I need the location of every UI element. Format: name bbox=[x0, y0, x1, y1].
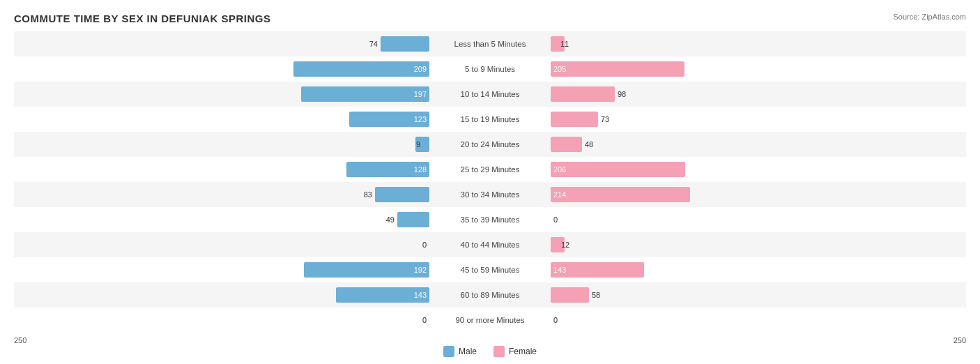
row-label: 60 to 89 Minutes bbox=[432, 291, 548, 299]
bar-row: 14360 to 89 Minutes58 bbox=[14, 282, 966, 308]
male-swatch bbox=[443, 346, 454, 357]
legend-female: Female bbox=[493, 346, 537, 357]
left-section: 123 bbox=[14, 107, 432, 132]
row-label: 90 or more Minutes bbox=[432, 316, 548, 324]
left-section: 9 bbox=[14, 132, 432, 157]
bar-rows-area: 74Less than 5 Minutes112095 to 9 Minutes… bbox=[14, 31, 966, 333]
bar-row: 4935 to 39 Minutes0 bbox=[14, 207, 966, 232]
legend-male: Male bbox=[443, 346, 477, 357]
female-swatch bbox=[493, 346, 505, 357]
left-section: 74 bbox=[14, 31, 432, 56]
bar-row: 2095 to 9 Minutes205 bbox=[14, 56, 966, 82]
row-label: 30 to 34 Minutes bbox=[432, 190, 548, 199]
row-label: 25 to 29 Minutes bbox=[432, 165, 548, 174]
bar-row: 12825 to 29 Minutes206 bbox=[14, 157, 966, 182]
bar-row: 19245 to 59 Minutes143 bbox=[14, 257, 966, 282]
bar-row: 040 to 44 Minutes12 bbox=[14, 232, 966, 257]
bar-row: 19710 to 14 Minutes98 bbox=[14, 82, 966, 107]
left-section: 128 bbox=[14, 157, 432, 182]
bar-row: 090 or more Minutes0 bbox=[14, 308, 966, 333]
bar-row: 8330 to 34 Minutes214 bbox=[14, 182, 966, 207]
left-section: 49 bbox=[14, 207, 432, 232]
right-section: 0 bbox=[548, 308, 966, 333]
left-section: 0 bbox=[14, 308, 432, 333]
axis-label-right: 250 bbox=[954, 336, 966, 344]
row-label: 20 to 24 Minutes bbox=[432, 140, 548, 149]
row-label: 10 to 14 Minutes bbox=[432, 90, 548, 98]
female-label: Female bbox=[509, 347, 537, 356]
right-section: 48 bbox=[548, 132, 966, 157]
right-section: 143 bbox=[548, 257, 966, 282]
row-label: 35 to 39 Minutes bbox=[432, 215, 548, 224]
left-section: 143 bbox=[14, 282, 432, 308]
left-section: 0 bbox=[14, 232, 432, 257]
bar-row: 920 to 24 Minutes48 bbox=[14, 132, 966, 157]
left-section: 197 bbox=[14, 82, 432, 107]
right-section: 98 bbox=[548, 82, 966, 107]
right-section: 58 bbox=[548, 282, 966, 308]
right-section: 12 bbox=[548, 232, 966, 257]
chart-container: COMMUTE TIME BY SEX IN DEFUNIAK SPRINGS … bbox=[0, 0, 980, 364]
right-section: 11 bbox=[548, 31, 966, 56]
row-label: 40 to 44 Minutes bbox=[432, 241, 548, 249]
source-label: Source: ZipAtlas.com bbox=[893, 13, 966, 21]
legend: Male Female bbox=[443, 346, 537, 357]
row-label: 45 to 59 Minutes bbox=[432, 266, 548, 274]
chart-title: COMMUTE TIME BY SEX IN DEFUNIAK SPRINGS bbox=[14, 13, 966, 24]
right-section: 205 bbox=[548, 56, 966, 82]
male-label: Male bbox=[459, 347, 477, 356]
left-section: 192 bbox=[14, 257, 432, 282]
right-section: 0 bbox=[548, 207, 966, 232]
row-label: 15 to 19 Minutes bbox=[432, 115, 548, 123]
row-label: 5 to 9 Minutes bbox=[432, 65, 548, 73]
bar-row: 74Less than 5 Minutes11 bbox=[14, 31, 966, 56]
row-label: Less than 5 Minutes bbox=[432, 40, 548, 48]
right-section: 214 bbox=[548, 182, 966, 207]
right-section: 206 bbox=[548, 157, 966, 182]
bar-row: 12315 to 19 Minutes73 bbox=[14, 107, 966, 132]
axis-label-left: 250 bbox=[14, 336, 26, 344]
left-section: 83 bbox=[14, 182, 432, 207]
left-section: 209 bbox=[14, 56, 432, 82]
right-section: 73 bbox=[548, 107, 966, 132]
